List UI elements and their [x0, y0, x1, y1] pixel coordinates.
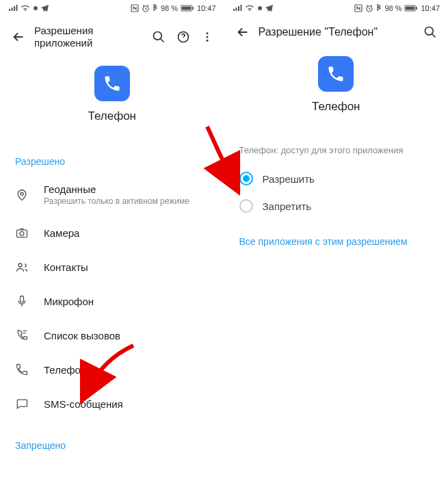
status-left: [233, 5, 274, 12]
app-name: Телефон: [88, 109, 136, 123]
perm-item-camera[interactable]: Камера: [0, 216, 224, 250]
alarm-icon: [365, 4, 373, 12]
header: Разрешения приложений: [0, 16, 224, 55]
battery-text: 98 %: [384, 4, 401, 12]
perm-title: Микрофон: [44, 296, 209, 307]
perm-item-calllog[interactable]: Список вызовов: [0, 318, 224, 352]
screen-permission-detail: 98 % 10:47 Разрешение "Телефон" Телефон …: [224, 0, 449, 479]
status-bar: 98 % 10:47: [0, 0, 224, 16]
permission-list: Геоданные Разрешить только в активном ре…: [0, 174, 224, 421]
menu-button[interactable]: [201, 30, 213, 44]
svg-rect-21: [417, 7, 418, 10]
app-header: Телефон: [0, 55, 224, 137]
help-button[interactable]: [176, 30, 190, 44]
perm-item-sms[interactable]: SMS-сообщения: [0, 387, 224, 421]
perm-item-mic[interactable]: Микрофон: [0, 284, 224, 318]
battery-icon: [181, 5, 194, 12]
bluetooth-icon: [153, 4, 158, 12]
radio-icon: [239, 172, 253, 185]
screen-permissions-list: 98 % 10:47 Разрешения приложений Телефон: [0, 0, 224, 479]
perm-item-location[interactable]: Геоданные Разрешить только в активном ре…: [0, 174, 224, 216]
calllog-icon: [15, 328, 30, 343]
clock-text: 10:47: [197, 4, 216, 12]
perm-title: Контакты: [44, 261, 209, 273]
telegram-icon: [41, 5, 49, 12]
phone-icon: [103, 74, 122, 93]
wifi-icon: [245, 5, 254, 12]
svg-point-13: [20, 231, 24, 235]
perm-title: Камера: [44, 227, 209, 239]
signal-icon: [8, 5, 18, 12]
perm-item-phone[interactable]: Телефон: [0, 352, 224, 387]
permission-caption: Телефон: доступ для этого приложения: [224, 127, 449, 165]
wifi-icon: [21, 5, 30, 12]
svg-point-8: [206, 32, 208, 34]
all-apps-link[interactable]: Все приложения с этим разрешением: [224, 220, 449, 263]
help-icon: [176, 30, 190, 44]
app-name: Телефон: [312, 100, 360, 114]
search-button[interactable]: [152, 30, 166, 44]
allowed-label: Разрешено: [0, 137, 224, 174]
svg-point-11: [21, 192, 23, 195]
radio-allow[interactable]: Разрешить: [224, 165, 449, 192]
status-right: 98 % 10:47: [131, 4, 216, 12]
battery-icon: [404, 5, 418, 12]
notif-icon: [33, 5, 38, 12]
radio-icon: [239, 199, 253, 213]
svg-rect-12: [17, 230, 27, 237]
phone-icon: [326, 64, 345, 83]
perm-sub: Разрешить только в активном режиме: [44, 196, 209, 206]
radio-label: Разрешить: [263, 173, 315, 185]
perm-title: Геоданные: [44, 183, 209, 195]
clock-text: 10:47: [421, 4, 440, 12]
svg-rect-15: [21, 296, 24, 302]
notif-icon: [257, 5, 263, 12]
status-bar: 98 % 10:47: [224, 0, 449, 16]
perm-item-contacts[interactable]: Контакты: [0, 250, 224, 284]
app-icon: [318, 56, 354, 92]
svg-rect-5: [192, 7, 194, 10]
nfc-icon: [354, 4, 363, 12]
status-left: [8, 5, 49, 12]
search-button[interactable]: [423, 25, 437, 39]
svg-rect-4: [181, 7, 191, 10]
svg-point-0: [34, 6, 38, 10]
perm-title: Телефон: [44, 364, 209, 376]
mic-icon: [15, 294, 30, 309]
svg-point-10: [206, 40, 208, 42]
contacts-icon: [15, 259, 30, 274]
app-header: Телефон: [224, 45, 449, 127]
svg-rect-20: [406, 7, 415, 10]
radio-deny[interactable]: Запретить: [224, 192, 449, 220]
nfc-icon: [131, 4, 139, 12]
back-button[interactable]: [11, 29, 26, 44]
signal-icon: [233, 5, 242, 12]
svg-point-6: [153, 32, 161, 40]
svg-point-14: [18, 263, 22, 267]
phone-outline-icon: [15, 362, 30, 377]
page-title: Разрешение "Телефон": [259, 25, 416, 38]
status-right: 98 % 10:47: [354, 4, 440, 12]
alarm-icon: [142, 4, 150, 12]
search-icon: [423, 25, 437, 39]
telegram-icon: [265, 5, 274, 12]
battery-text: 98 %: [161, 4, 178, 12]
denied-label: Запрещено: [0, 421, 224, 458]
sms-icon: [15, 396, 30, 411]
svg-point-16: [258, 6, 262, 10]
svg-point-22: [425, 27, 434, 36]
more-vert-icon: [201, 30, 213, 44]
bluetooth-icon: [376, 4, 382, 12]
back-button[interactable]: [235, 25, 250, 40]
perm-title: SMS-сообщения: [44, 398, 209, 410]
app-icon: [94, 66, 130, 101]
camera-icon: [15, 225, 30, 240]
page-title: Разрешения приложений: [34, 25, 144, 49]
svg-point-9: [206, 36, 208, 38]
location-icon: [15, 187, 30, 203]
search-icon: [152, 30, 166, 44]
perm-title: Список вызовов: [44, 330, 209, 341]
header: Разрешение "Телефон": [224, 16, 449, 45]
radio-label: Запретить: [263, 200, 312, 212]
